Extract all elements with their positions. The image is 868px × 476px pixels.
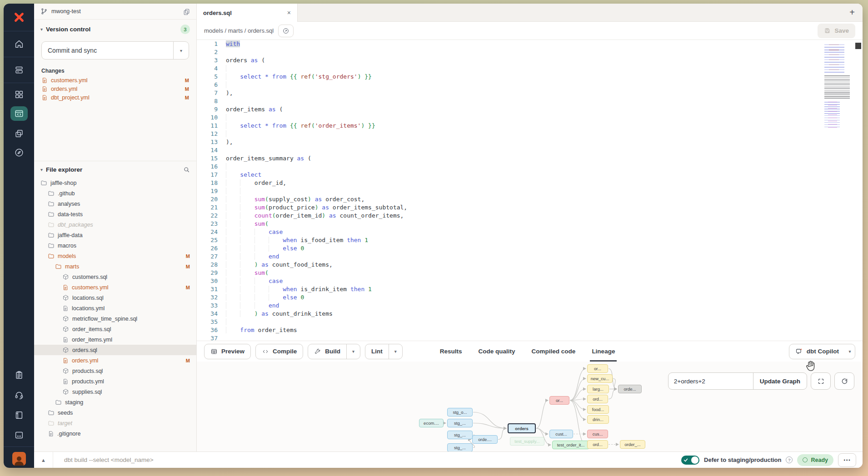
code-line-23[interactable]: 23 sum( [197,220,863,228]
lineage-node-orders[interactable]: orders [508,423,536,433]
search-icon[interactable] [183,166,190,173]
support-headset-icon[interactable] [4,386,34,404]
preview-button[interactable]: Preview [204,344,251,359]
commit-and-sync-button[interactable]: Commit and sync ▾ [41,41,189,60]
tree-item-.gitignore[interactable]: .gitignore [34,428,196,439]
lineage-node-orp[interactable]: or... [549,396,569,405]
projects-icon[interactable] [4,124,34,143]
change-item-orders.yml[interactable]: orders.ymlM [34,84,196,93]
code-line-6[interactable]: 6 [197,81,863,89]
tree-item-order_items.sql[interactable]: order_items.sql [34,324,196,334]
code-line-24[interactable]: 24 case [197,228,863,236]
code-line-21[interactable]: 21 sum(product_price) as order_items_sub… [197,203,863,212]
copilot-chevron[interactable]: ▾ [845,344,855,359]
tree-item-staging[interactable]: staging [34,397,196,407]
update-graph-button[interactable]: Update Graph [753,373,807,389]
code-line-4[interactable]: 4 [197,64,863,73]
close-icon[interactable]: × [287,9,291,16]
lineage-compass-button[interactable] [278,25,294,37]
code-line-17[interactable]: 17 select [197,171,863,179]
code-line-20[interactable]: 20 sum(supply_cost) as order_cost, [197,195,863,203]
code-line-31[interactable]: 31 when is_drink_item then 1 [197,285,863,293]
dashboard-grid-icon[interactable] [4,85,34,104]
lineage-node-y7[interactable]: ord... [587,440,608,449]
tree-item-customers.yml[interactable]: customers.ymlM [34,282,196,293]
tree-item-analyses[interactable]: analyses [34,198,196,209]
clipboard-icon[interactable] [4,366,34,384]
tree-item-locations.yml[interactable]: locations.yml [34,303,196,313]
code-line-11[interactable]: 11 select * from {{ ref('order_items') }… [197,122,863,130]
code-editor[interactable]: 1with23orders as (4 5 select * from {{ r… [197,40,863,341]
lineage-node-y5[interactable]: food... [587,405,609,414]
tab-lineage[interactable]: Lineage [592,341,615,362]
user-avatar[interactable] [4,450,34,468]
code-line-26[interactable]: 26 else 0 [197,244,863,253]
chevron-up-icon[interactable]: ▲ [34,452,53,468]
lineage-node-stg1[interactable]: stg_o... [447,408,473,416]
file-explorer-header[interactable]: ▾ File explorer [34,161,196,177]
lineage-selector-input[interactable]: 2+orders+2 [668,373,753,389]
code-line-27[interactable]: 27 end [197,253,863,261]
editor-scrollbar-thumb[interactable] [855,43,861,49]
tree-item-data-tests[interactable]: data-tests [34,209,196,219]
lineage-node-ecom[interactable]: ecom.... [419,419,444,427]
lineage-node-y4[interactable]: ord... [587,395,608,403]
code-line-35[interactable]: 35 [197,318,863,326]
command-input[interactable]: dbt build --select <model_name> [64,456,681,463]
lineage-node-ghost[interactable]: test_supply... [510,437,544,446]
tab-code-quality[interactable]: Code quality [479,341,515,362]
defer-toggle[interactable] [681,456,699,465]
tree-item-macros[interactable]: macros [34,240,196,251]
compile-button[interactable]: Compile [255,344,303,359]
lineage-node-y1[interactable]: or... [587,364,608,373]
tree-item-seeds[interactable]: seeds [34,407,196,418]
code-line-29[interactable]: 29 sum( [197,269,863,277]
tree-item-products.sql[interactable]: products.sql [34,366,196,376]
tree-item-models[interactable]: modelsM [34,251,196,261]
code-line-13[interactable]: 13), [197,138,863,146]
lineage-node-cust[interactable]: cust... [549,430,573,438]
add-tab-button[interactable]: + [842,4,863,21]
home-icon[interactable] [4,31,34,57]
dbt-copilot-button[interactable]: dbt Copilot ▾ [789,344,855,359]
tree-item-marts[interactable]: martsM [34,261,196,272]
more-options-button[interactable]: ⋯ [838,453,856,467]
lineage-node-stg2[interactable]: stg_... [447,419,473,427]
lint-button[interactable]: Lint ▾ [365,344,403,359]
lineage-node-y2[interactable]: new_cu... [587,374,613,383]
code-line-25[interactable]: 25 when is_food_item then 1 [197,236,863,244]
save-button[interactable]: Save [818,24,855,38]
lineage-node-testoi[interactable]: test_order_it... [552,441,589,449]
tab-compiled-code[interactable]: Compiled code [532,341,576,362]
tree-item-orders.sql[interactable]: orders.sql [34,345,196,355]
tree-item-order_items.yml[interactable]: order_items.yml [34,334,196,345]
lineage-panel[interactable]: ecom....stg_o...stg_...stg_...stg_...ord… [197,362,863,451]
deploy-stack-icon[interactable] [4,57,34,83]
code-line-33[interactable]: 33 end [197,302,863,310]
code-line-16[interactable]: 16 [197,163,863,171]
lineage-node-stg4[interactable]: stg_... [447,443,473,451]
branch-row[interactable]: mwong-test [34,4,196,19]
code-line-5[interactable]: 5 select * from {{ ref('stg_orders') }} [197,73,863,81]
commit-options-chevron[interactable]: ▾ [173,42,189,59]
tree-item-target[interactable]: target [34,418,196,428]
code-line-34[interactable]: 34 ) as count_drink_items [197,310,863,318]
version-control-header[interactable]: ▾ Version control 3 [34,20,196,38]
code-line-19[interactable]: 19 [197,187,863,195]
copy-icon[interactable] [183,8,190,15]
dbt-logo[interactable] [4,4,34,31]
lint-options-chevron[interactable]: ▾ [389,344,402,359]
refresh-button[interactable] [834,372,854,390]
build-button[interactable]: Build ▾ [308,344,360,359]
tree-item-jaffle-shop[interactable]: jaffle-shop [34,178,196,188]
commit-and-sync-label[interactable]: Commit and sync [42,42,173,59]
code-line-12[interactable]: 12 [197,130,863,138]
code-line-28[interactable]: 28 ) as count_food_items, [197,261,863,269]
tree-item-supplies.sql[interactable]: supplies.sql [34,387,196,397]
code-line-7[interactable]: 7), [197,89,863,97]
change-item-dbt_project.yml[interactable]: dbt_project.ymlM [34,93,196,102]
code-line-1[interactable]: 1with [197,40,863,48]
code-line-37[interactable]: 37 [197,334,863,341]
lineage-node-cusp[interactable]: cus... [587,430,608,438]
code-line-15[interactable]: 15order_items_summary as ( [197,154,863,163]
